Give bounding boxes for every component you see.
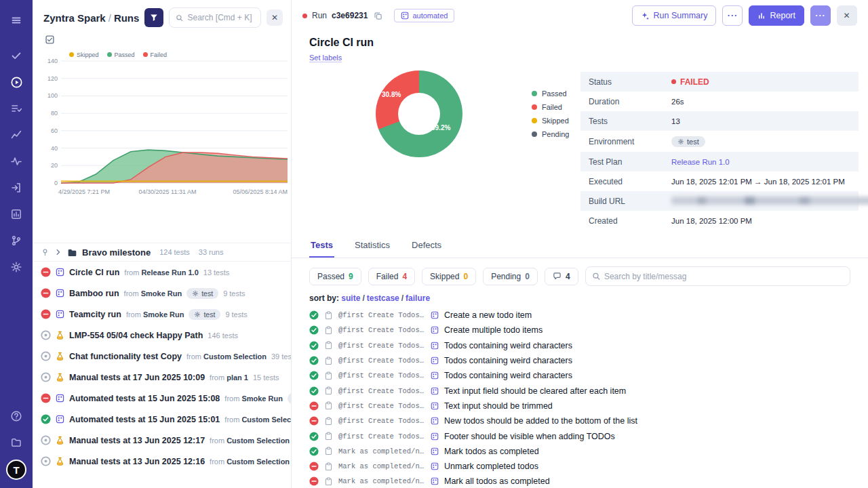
- tasks-icon[interactable]: [5, 97, 28, 120]
- sort-by-failure[interactable]: failure: [406, 293, 430, 303]
- run-summary-button[interactable]: Run Summary: [632, 5, 717, 26]
- test-suite[interactable]: @first Create Todos…: [338, 357, 425, 365]
- test-suite[interactable]: @first Create Todos…: [338, 387, 425, 395]
- more-options-button[interactable]: ···: [810, 5, 831, 26]
- clipboard-icon[interactable]: [324, 357, 333, 365]
- test-title[interactable]: Todos containing weird characters: [444, 371, 572, 380]
- test-row[interactable]: @first Create Todos… New todos should be…: [309, 413, 850, 428]
- menu-icon[interactable]: [5, 9, 28, 32]
- test-suite[interactable]: @first Create Todos…: [338, 371, 425, 380]
- report-button[interactable]: Report: [749, 5, 804, 26]
- breadcrumb-project[interactable]: Zyntra Spark: [43, 12, 106, 24]
- clipboard-icon[interactable]: [324, 477, 333, 486]
- test-title[interactable]: New todos should be added to the bottom …: [444, 416, 637, 426]
- chevron-right-icon[interactable]: [54, 248, 62, 256]
- clipboard-icon[interactable]: [324, 371, 333, 380]
- close-run-button[interactable]: ✕: [837, 5, 857, 26]
- tests-search[interactable]: [585, 266, 850, 286]
- trend-icon[interactable]: [5, 123, 28, 146]
- clipboard-icon[interactable]: [324, 341, 333, 350]
- run-list-item[interactable]: LMP-554 05/04 check Happy Path from 146 …: [33, 325, 291, 346]
- clipboard-icon[interactable]: [324, 432, 333, 441]
- run-list-item[interactable]: Bamboo run from Smoke Run test 9 tests: [33, 283, 291, 304]
- run-list-item[interactable]: Manual tests at 17 Jun 2025 10:09 from p…: [33, 367, 291, 388]
- report-chart-icon[interactable]: [5, 203, 28, 226]
- test-plan-link[interactable]: Release Run 1.0: [671, 158, 730, 166]
- test-title[interactable]: Todos containing weird characters: [444, 356, 572, 365]
- test-row[interactable]: Mark as completed/n… Mark todos as compl…: [309, 444, 850, 459]
- import-icon[interactable]: [5, 176, 28, 199]
- test-suite[interactable]: Mark as completed/n…: [338, 477, 425, 485]
- copy-run-id-button[interactable]: [372, 10, 384, 22]
- test-suite[interactable]: @first Create Todos…: [338, 326, 425, 334]
- test-title[interactable]: Create a new todo item: [444, 310, 532, 320]
- test-row[interactable]: @first Create Todos… Create multiple tod…: [309, 323, 850, 338]
- activity-icon[interactable]: [5, 150, 28, 173]
- test-title[interactable]: Create multiple todo items: [444, 325, 542, 335]
- run-list-item[interactable]: Manual tests at 13 Jun 2025 12:16 from C…: [33, 451, 291, 472]
- test-row[interactable]: Mark as completed/n… Mark all todos as c…: [309, 474, 850, 488]
- clipboard-icon[interactable]: [324, 447, 333, 455]
- filter-pending[interactable]: Pending0: [483, 268, 538, 285]
- test-title[interactable]: Text input field should be cleared after…: [444, 386, 626, 396]
- clipboard-icon[interactable]: [324, 386, 333, 395]
- test-row[interactable]: @first Create Todos… Todos containing we…: [309, 338, 850, 353]
- clipboard-icon[interactable]: [324, 326, 333, 335]
- test-row[interactable]: @first Create Todos… Text input field sh…: [309, 383, 850, 398]
- test-suite[interactable]: @first Create Todos…: [338, 417, 425, 425]
- test-row[interactable]: @first Create Todos… Text input should b…: [309, 399, 850, 413]
- test-suite[interactable]: @first Create Todos…: [338, 311, 425, 319]
- filter-button[interactable]: [144, 8, 163, 27]
- run-list-item[interactable]: Automated tests at 15 Jun 2025 15:08 fro…: [33, 388, 291, 409]
- sort-by-testcase[interactable]: testcase: [367, 293, 399, 303]
- runs-icon[interactable]: [5, 70, 28, 94]
- test-row[interactable]: Mark as completed/n… Unmark completed to…: [309, 459, 850, 474]
- test-suite[interactable]: @first Create Todos…: [338, 342, 425, 350]
- tab-defects[interactable]: Defects: [410, 240, 443, 258]
- projects-icon[interactable]: [5, 431, 28, 454]
- tab-statistics[interactable]: Statistics: [353, 240, 391, 258]
- milestone-row[interactable]: Bravo milestone 124 tests 33 runs: [33, 243, 291, 262]
- clipboard-icon[interactable]: [324, 462, 333, 471]
- branch-icon[interactable]: [5, 229, 28, 252]
- filter-failed[interactable]: Failed4: [368, 268, 415, 285]
- run-list-item[interactable]: Automated tests at 15 Jun 2025 15:01 fro…: [33, 409, 291, 430]
- help-icon[interactable]: [5, 405, 28, 428]
- more-actions-button[interactable]: ···: [722, 5, 743, 26]
- settings-icon[interactable]: [5, 256, 28, 279]
- run-list-item[interactable]: Chat functionality test Copy from Custom…: [33, 346, 291, 367]
- panel-close-button[interactable]: ✕: [267, 9, 283, 26]
- clipboard-icon[interactable]: [324, 311, 333, 320]
- tab-tests[interactable]: Tests: [309, 240, 334, 258]
- run-list-item[interactable]: Manual tests at 13 Jun 2025 12:17 from C…: [33, 430, 291, 451]
- filter-passed[interactable]: Passed9: [309, 268, 361, 285]
- set-labels-link[interactable]: Set labels: [309, 54, 342, 62]
- checks-icon[interactable]: [5, 44, 28, 67]
- test-title[interactable]: Text input should be trimmed: [444, 401, 553, 411]
- panel-search[interactable]: [169, 7, 261, 28]
- test-suite[interactable]: @first Create Todos…: [338, 402, 425, 410]
- test-title[interactable]: Footer should be visible when adding TOD…: [444, 432, 615, 441]
- clipboard-icon[interactable]: [324, 401, 333, 410]
- filter-comments[interactable]: 4: [545, 268, 578, 285]
- sort-by-suite[interactable]: suite: [341, 293, 360, 303]
- test-row[interactable]: @first Create Todos… Create a new todo i…: [309, 308, 850, 323]
- test-suite[interactable]: Mark as completed/n…: [338, 447, 425, 455]
- test-row[interactable]: @first Create Todos… Footer should be vi…: [309, 428, 850, 443]
- test-row[interactable]: @first Create Todos… Todos containing we…: [309, 353, 850, 368]
- filter-skipped[interactable]: Skipped0: [422, 268, 476, 285]
- test-title[interactable]: Todos containing weird characters: [444, 341, 572, 350]
- clipboard-icon[interactable]: [324, 417, 333, 426]
- milestone-name[interactable]: Bravo milestone: [82, 247, 151, 258]
- test-row[interactable]: @first Create Todos… Todos containing we…: [309, 368, 850, 383]
- app-logo[interactable]: T: [6, 460, 26, 480]
- run-list-item[interactable]: Teamcity run from Smoke Run test 9 tests: [33, 304, 291, 325]
- test-title[interactable]: Unmark completed todos: [444, 462, 538, 471]
- run-list-item[interactable]: Circle CI run from Release Run 1.0 13 te…: [33, 262, 291, 283]
- panel-search-input[interactable]: [187, 13, 254, 22]
- test-suite[interactable]: Mark as completed/n…: [338, 462, 425, 470]
- test-title[interactable]: Mark all todos as completed: [444, 476, 550, 486]
- tests-search-input[interactable]: [604, 272, 844, 281]
- test-suite[interactable]: @first Create Todos…: [338, 432, 425, 441]
- test-title[interactable]: Mark todos as completed: [444, 447, 539, 456]
